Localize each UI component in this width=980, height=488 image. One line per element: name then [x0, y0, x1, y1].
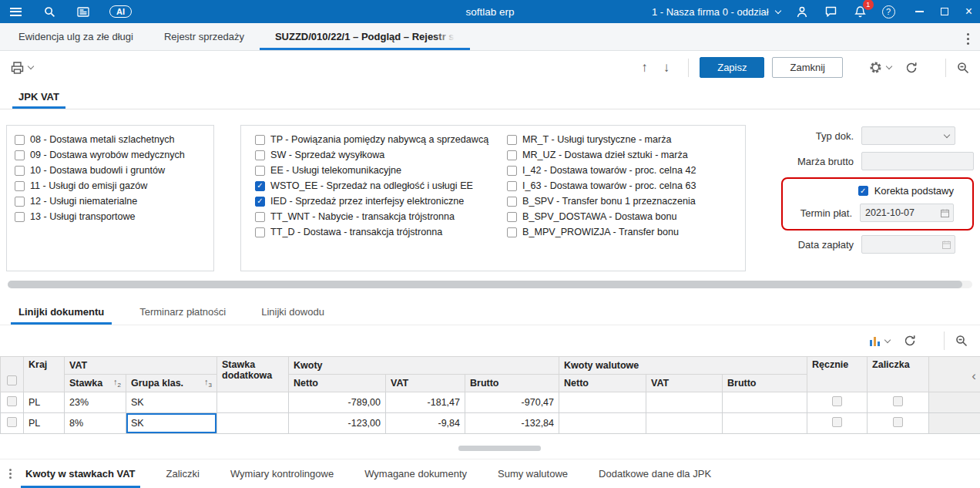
collapse-panel-icon[interactable]: ‹ [972, 369, 976, 382]
grid-search-button[interactable] [955, 335, 968, 347]
checkbox[interactable] [507, 166, 517, 176]
jpk-marker-item[interactable]: MR_UZ - Dostawa dzieł sztuki - marża [507, 147, 745, 163]
column-header-zaliczka[interactable]: Zaliczka [868, 357, 929, 392]
jpk-marker-item[interactable]: 13 - Usługi transportowe [15, 209, 206, 224]
column-header-grupa-klas[interactable]: Grupa klas.↑3 [126, 375, 217, 392]
chart-view-button[interactable] [869, 335, 890, 346]
checkbox[interactable] [255, 212, 265, 222]
chat-icon[interactable] [824, 4, 839, 19]
zaliczka-checkbox[interactable] [893, 396, 903, 406]
checkbox[interactable] [15, 150, 25, 160]
window-close-button[interactable]: × [965, 5, 972, 18]
tab-kwoty-w-stawkach-vat[interactable]: Kwoty w stawkach VAT [21, 459, 140, 488]
checkbox[interactable] [15, 197, 25, 207]
horizontal-scrollbar[interactable] [8, 281, 972, 288]
zaliczka-checkbox[interactable] [893, 417, 903, 427]
grid-refresh-button[interactable] [904, 335, 916, 347]
checkbox[interactable] [15, 135, 25, 145]
jpk-marker-item[interactable]: TT_WNT - Nabycie - transakcja trójstronn… [255, 209, 493, 224]
search-records-button[interactable] [957, 62, 969, 74]
jpk-marker-item[interactable]: B_MPV_PROWIZJA - Transfer bonu [507, 224, 745, 240]
cell-stawka[interactable]: 8% [65, 413, 126, 434]
checkbox[interactable] [255, 150, 265, 160]
column-header-walutowe-brutto[interactable]: Brutto [723, 375, 807, 392]
calendar-icon[interactable] [942, 241, 951, 249]
ai-assistant-button[interactable]: AI [109, 5, 132, 18]
row-select-checkbox[interactable] [7, 417, 17, 427]
jpk-marker-item[interactable]: I_42 - Dostawa towarów - proc. celna 42 [507, 163, 745, 178]
cell-walutowe-vat[interactable] [646, 413, 723, 434]
tab-linijki-dokumentu[interactable]: Linijki dokumentu [11, 299, 112, 325]
settings-button[interactable] [869, 61, 891, 74]
cell-vat[interactable]: -9,84 [386, 413, 465, 434]
checkbox[interactable] [507, 197, 517, 207]
cell-grupa-klas-focused[interactable]: SK [126, 413, 217, 434]
typ-dok-select[interactable] [861, 126, 955, 145]
jpk-marker-item[interactable]: 09 - Dostawa wyrobów medycznych [15, 147, 206, 163]
tab-sumy-walutowe[interactable]: Sumy walutowe [493, 459, 572, 488]
cell-kraj[interactable]: PL [24, 392, 65, 413]
select-all-checkbox[interactable] [7, 375, 17, 385]
cell-netto[interactable]: -123,00 [289, 413, 386, 434]
cell-stawka-dodatkowa[interactable] [217, 392, 289, 413]
tab-dodatkowe-dane-jpk[interactable]: Dodatkowe dane dla JPK [594, 459, 716, 488]
column-group-kwoty-walutowe[interactable]: Kwoty walutowe [559, 357, 807, 375]
notifications-bell-icon[interactable]: 1 [853, 4, 868, 19]
column-header-stawka-dodatkowa[interactable]: Stawka dodatkowa [217, 357, 289, 392]
jpk-marker-item[interactable]: MR_T - Usługi turystyczne - marża [507, 132, 745, 147]
jpk-marker-item[interactable]: TT_D - Dostawa - transakcja trójstronna [255, 224, 493, 240]
save-button[interactable]: Zapisz [700, 57, 764, 78]
jpk-marker-item[interactable]: IED - Sprzedaż przez interfejsy elektron… [255, 194, 493, 209]
checkbox[interactable] [15, 166, 25, 176]
data-zaplaty-input[interactable] [861, 235, 955, 254]
cell-walutowe-netto[interactable] [559, 392, 646, 413]
jpk-marker-item[interactable]: TP - Powiązania pomiędzy nabywcą a sprze… [255, 132, 493, 147]
jpk-marker-item[interactable]: EE - Usługi telekomunikacyjne [255, 163, 493, 178]
close-button[interactable]: Zamknij [772, 57, 843, 78]
news-icon[interactable] [76, 4, 91, 19]
bottom-menu-icon[interactable] [9, 469, 12, 471]
grid-row-current[interactable]: PL 8% SK -123,00 -9,84 -132,84 [1, 413, 980, 434]
checkbox[interactable] [255, 181, 265, 191]
column-header-kraj[interactable]: Kraj [24, 357, 65, 392]
tab-ewidencja-ulg[interactable]: Ewidencja ulg za złe długi [3, 23, 149, 50]
cell-kraj[interactable]: PL [24, 413, 65, 434]
cell-walutowe-netto[interactable] [559, 413, 646, 434]
user-icon[interactable] [794, 4, 810, 19]
tab-overflow-menu-icon[interactable] [967, 33, 969, 35]
cell-brutto[interactable]: -132,84 [465, 413, 559, 434]
tab-suzzd-podglad[interactable]: SUZZD/010/22/1 – Podgląd – Rejestr s [260, 23, 470, 50]
marza-brutto-input[interactable] [861, 152, 974, 170]
tab-zaliczki[interactable]: Zaliczki [162, 459, 204, 488]
cell-vat[interactable]: -181,47 [386, 392, 465, 413]
column-group-kwoty[interactable]: Kwoty [289, 357, 559, 375]
checkbox[interactable] [507, 227, 517, 237]
search-icon[interactable] [42, 4, 57, 19]
korekta-podstawy-checkbox[interactable] [858, 186, 868, 196]
print-button[interactable] [11, 62, 33, 74]
checkbox[interactable] [507, 150, 517, 160]
jpk-marker-item[interactable]: B_SPV_DOSTAWA - Dostawa bonu [507, 209, 745, 224]
column-header-walutowe-netto[interactable]: Netto [559, 375, 646, 392]
grid-row[interactable]: PL 23% SK -789,00 -181,47 -970,47 [1, 392, 980, 413]
checkbox[interactable] [507, 135, 517, 145]
cell-walutowe-vat[interactable] [646, 392, 723, 413]
grid-horizontal-scrollbar-thumb[interactable] [458, 446, 541, 451]
column-header-netto[interactable]: Netto [289, 375, 386, 392]
tab-wymagane-dokumenty[interactable]: Wymagane dokumenty [360, 459, 472, 488]
checkbox[interactable] [507, 212, 517, 222]
cell-stawka-dodatkowa[interactable] [217, 413, 289, 434]
next-record-button[interactable]: ↓ [663, 60, 670, 76]
cell-walutowe-brutto[interactable] [723, 413, 807, 434]
termin-platnosci-input[interactable]: 2021-10-07 [860, 204, 954, 222]
tab-terminarz-platnosci[interactable]: Terminarz płatności [132, 299, 233, 325]
jpk-marker-item[interactable]: 08 - Dostawa metali szlachetnych [15, 132, 206, 147]
checkbox[interactable] [507, 181, 517, 191]
window-minimize-button[interactable] [915, 11, 924, 12]
jpk-marker-item[interactable]: SW - Sprzedaż wysyłkowa [255, 147, 493, 163]
menu-icon[interactable] [8, 4, 23, 19]
jpk-marker-item[interactable]: 10 - Dostawa budowli i gruntów [15, 163, 206, 178]
scrollbar-thumb[interactable] [8, 281, 962, 288]
jpk-marker-item[interactable]: I_63 - Dostawa towarów - proc. celna 63 [507, 178, 745, 194]
jpk-marker-item[interactable]: B_SPV - Transfer bonu 1 przeznaczenia [507, 194, 745, 209]
